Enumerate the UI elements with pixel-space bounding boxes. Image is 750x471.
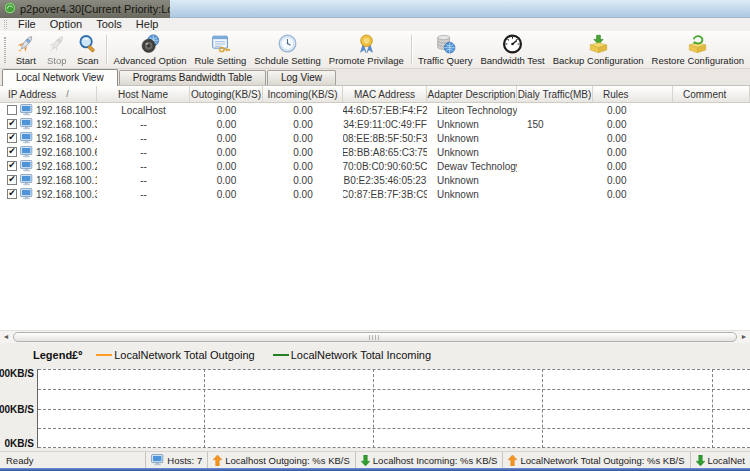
start-button[interactable]: Start bbox=[10, 32, 41, 67]
table-row[interactable]: 192.168.100.58 LocalHost 0.00 0.00 44:6D… bbox=[0, 103, 750, 117]
table-row[interactable]: 192.168.100.28 -- 0.00 0.00 70:0B:C0:90:… bbox=[0, 159, 750, 173]
gridline bbox=[542, 369, 543, 448]
bandwidth-test-label: Bandwidth Test bbox=[480, 55, 544, 66]
table-row[interactable]: 192.168.100.34 -- 0.00 0.00 34:E9:11:0C:… bbox=[0, 117, 750, 131]
row-checkbox[interactable] bbox=[7, 175, 17, 185]
column-header-daily-traffic[interactable]: Dialy Traffic(MB) bbox=[517, 86, 593, 102]
status-localnetwork-incoming: LocalNet bbox=[690, 452, 750, 468]
chart-legend: Legend£º LocalNetwork Total Outgoing Loc… bbox=[0, 343, 750, 367]
menu-help[interactable]: Help bbox=[129, 18, 166, 31]
tab-strip: Local Network View Programs Bandwidth Ta… bbox=[0, 69, 750, 86]
rule-setting-icon bbox=[209, 33, 232, 55]
tab-log-view[interactable]: Log View bbox=[267, 70, 336, 85]
table-row[interactable]: 192.168.100.40 -- 0.00 0.00 08:EE:8B:5F:… bbox=[0, 131, 750, 145]
menubar-grip[interactable] bbox=[4, 20, 7, 29]
promote-privilege-label: Promote Privilage bbox=[329, 55, 404, 66]
gridline bbox=[38, 409, 750, 410]
row-comment bbox=[673, 103, 750, 117]
row-comment bbox=[673, 145, 750, 159]
row-outgoing: 0.00 bbox=[190, 159, 263, 173]
row-rules: 0.00 bbox=[593, 187, 673, 201]
row-checkbox[interactable] bbox=[7, 119, 17, 129]
row-checkbox[interactable] bbox=[7, 189, 17, 199]
row-checkbox[interactable] bbox=[7, 133, 17, 143]
row-incoming: 0.00 bbox=[263, 173, 343, 187]
computer-icon bbox=[151, 454, 164, 466]
scan-button[interactable]: Scan bbox=[72, 32, 103, 67]
restore-configuration-label: Restore Configuration bbox=[652, 55, 744, 66]
traffic-query-button[interactable]: Traffic Query bbox=[414, 32, 476, 67]
column-header-ip-address[interactable]: IP Address / bbox=[0, 86, 97, 102]
promote-privilege-button[interactable]: Promote Privilage bbox=[325, 32, 408, 67]
table-row[interactable]: 192.168.100.31 -- 0.00 0.00 C0:87:EB:7F:… bbox=[0, 187, 750, 201]
tab-programs-bandwidth-table[interactable]: Programs Bandwidth Table bbox=[119, 70, 266, 85]
host-table: IP Address / Host Name Outoging(KB/S) In… bbox=[0, 86, 750, 343]
row-daily-traffic bbox=[517, 103, 593, 117]
advanced-option-button[interactable]: Advanced Option bbox=[110, 32, 191, 67]
restore-configuration-icon bbox=[686, 33, 709, 55]
column-header-adapter-description[interactable]: Adapter Description bbox=[427, 86, 517, 102]
row-ip: 192.168.100.34 bbox=[36, 119, 97, 130]
menu-option[interactable]: Option bbox=[43, 18, 89, 31]
column-header-host-name[interactable]: Host Name bbox=[97, 86, 190, 102]
menu-tools[interactable]: Tools bbox=[89, 18, 129, 31]
row-rules: 0.00 bbox=[593, 159, 673, 173]
stop-icon bbox=[45, 33, 68, 55]
traffic-query-icon bbox=[434, 33, 457, 55]
table-row[interactable]: 192.168.100.18 -- 0.00 0.00 B0:E2:35:46:… bbox=[0, 173, 750, 187]
advanced-option-label: Advanced Option bbox=[114, 55, 187, 66]
row-daily-traffic bbox=[517, 159, 593, 173]
chart-y-axis: 200KB/S 100KB/S 0KB/S bbox=[0, 367, 37, 451]
app-logo-icon bbox=[4, 2, 16, 16]
column-header-mac-address[interactable]: MAC Address bbox=[343, 86, 427, 102]
row-rules: 0.00 bbox=[593, 145, 673, 159]
row-checkbox[interactable] bbox=[7, 105, 17, 115]
column-header-outgoing[interactable]: Outoging(KB/S) bbox=[190, 86, 263, 102]
row-incoming: 0.00 bbox=[263, 117, 343, 131]
down-arrow-icon bbox=[696, 455, 705, 466]
up-arrow-icon bbox=[508, 455, 517, 466]
scrollbar-thumb[interactable] bbox=[13, 332, 737, 342]
row-checkbox[interactable] bbox=[7, 147, 17, 157]
y-tick-200: 200KB/S bbox=[0, 368, 34, 379]
scroll-right-arrow-icon[interactable]: ► bbox=[738, 331, 750, 343]
horizontal-scrollbar[interactable]: ◄ ► bbox=[0, 330, 750, 343]
column-header-rules[interactable]: Rules bbox=[593, 86, 673, 102]
table-row[interactable]: 192.168.100.61 -- 0.00 0.00 E8:BB:A8:65:… bbox=[0, 145, 750, 159]
toolbar-grip[interactable] bbox=[4, 37, 6, 63]
menu-file[interactable]: File bbox=[11, 18, 43, 31]
stop-label: Stop bbox=[47, 55, 67, 66]
backup-configuration-button[interactable]: Backup Configuration bbox=[549, 32, 648, 67]
scroll-left-arrow-icon[interactable]: ◄ bbox=[0, 331, 12, 343]
row-adapter: Unknown bbox=[427, 131, 517, 145]
tab-local-network-view[interactable]: Local Network View bbox=[2, 69, 118, 86]
row-host: -- bbox=[97, 159, 190, 173]
computer-icon bbox=[20, 188, 33, 200]
app-window: p2pover4.30[Current Priority:Lowest] Fil… bbox=[0, 0, 750, 471]
row-ip: 192.168.100.40 bbox=[36, 133, 97, 144]
computer-icon bbox=[20, 160, 33, 172]
gridline bbox=[204, 369, 205, 448]
column-header-incoming[interactable]: Incoming(KB/S) bbox=[263, 86, 343, 102]
status-localhost-outgoing: Localhost Outgoing: %s KB/S bbox=[207, 452, 355, 468]
column-header-comment[interactable]: Comment bbox=[673, 86, 750, 102]
row-daily-traffic bbox=[517, 173, 593, 187]
row-outgoing: 0.00 bbox=[190, 145, 263, 159]
rule-setting-button[interactable]: Rule Setting bbox=[190, 32, 250, 67]
chart-plot-area bbox=[37, 369, 750, 448]
row-adapter: Dewav Technology Com... bbox=[427, 159, 517, 173]
scan-label: Scan bbox=[77, 55, 99, 66]
traffic-chart: 200KB/S 100KB/S 0KB/S bbox=[0, 367, 750, 451]
sort-indicator-icon: / bbox=[66, 89, 69, 99]
schedule-setting-button[interactable]: Schdule Setting bbox=[250, 32, 325, 67]
row-mac: 70:0B:C0:90:60:5C bbox=[343, 159, 427, 173]
row-daily-traffic: 150 bbox=[517, 117, 593, 131]
row-checkbox[interactable] bbox=[7, 161, 17, 171]
status-localhost-incoming: Localhost Incoming: %s KB/S bbox=[355, 452, 503, 468]
row-incoming: 0.00 bbox=[263, 187, 343, 201]
restore-configuration-button[interactable]: Restore Configuration bbox=[648, 32, 748, 67]
row-ip: 192.168.100.58 bbox=[36, 105, 97, 116]
start-icon bbox=[14, 33, 37, 55]
row-ip: 192.168.100.18 bbox=[36, 175, 97, 186]
bandwidth-test-button[interactable]: Bandwidth Test bbox=[476, 32, 548, 67]
